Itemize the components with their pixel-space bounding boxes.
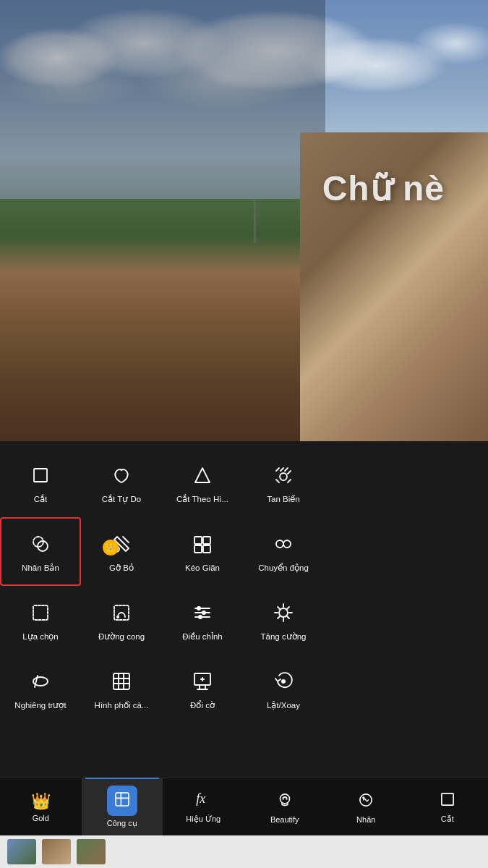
svg-point-2	[280, 473, 287, 480]
cong-cu-nav-icon	[107, 786, 137, 816]
svg-rect-47	[442, 793, 453, 805]
tool-hinh-phoi-ca-label: Hình phối cà...	[95, 700, 149, 710]
svg-rect-9	[203, 545, 210, 553]
tools-row-4: Nghiêng trượt Hình phối cà...	[0, 655, 325, 723]
svg-point-20	[198, 615, 202, 619]
photo-canvas: Chữ nè	[0, 0, 488, 441]
svg-point-18	[197, 606, 201, 610]
tool-nghieng-truot-label: Nghiêng trượt	[14, 700, 66, 710]
tools-row-1: Cắt Cắt Tự Do Cắt Theo Hì...	[0, 448, 325, 517]
tool-lat-xoay[interactable]: Lật/Xoay	[243, 655, 324, 723]
tool-cat-tu-do[interactable]: Cắt Tự Do	[81, 448, 162, 517]
tool-cat-theo-hi-label: Cắt Theo Hì...	[176, 494, 228, 504]
tool-nhan-ban[interactable]: Nhân Bản	[0, 517, 81, 586]
tool-cat[interactable]: Cắt	[0, 448, 81, 517]
tool-duong-cong-label: Đường cong	[98, 631, 145, 642]
tan-bien-icon	[270, 462, 296, 488]
svg-line-27	[287, 616, 289, 618]
nav-hieu-ung-label: Hiệu Ứng	[186, 814, 221, 824]
tool-dieu-chinh[interactable]: Điều chỉnh	[162, 586, 243, 655]
tool-tang-cuong[interactable]: Tăng cường	[243, 586, 324, 655]
nav-cong-cu[interactable]: Công cụ	[82, 778, 163, 835]
nav-beautify-label: Beautify	[270, 815, 299, 824]
svg-point-11	[283, 540, 291, 548]
doi-co-icon	[189, 668, 215, 694]
svg-point-46	[362, 796, 364, 799]
svg-marker-1	[195, 468, 210, 482]
beautify-nav-icon	[275, 791, 294, 812]
cat-tu-do-icon	[108, 462, 134, 488]
nav-gold-label: Gold	[33, 814, 49, 822]
tools-row-2: Nhân Bản 👑 Gỡ Bỏ	[0, 517, 325, 586]
antenna	[254, 200, 256, 243]
tool-tan-bien[interactable]: Tan Biến	[243, 448, 324, 517]
svg-point-30	[33, 677, 48, 686]
svg-point-14	[116, 616, 119, 618]
tool-hinh-phoi-ca[interactable]: Hình phối cà...	[81, 655, 162, 723]
ad-bar	[0, 835, 488, 868]
tool-keo-gian-label: Kéo Giãn	[185, 563, 220, 572]
tool-nhan-ban-label: Nhân Bản	[22, 563, 59, 573]
svg-point-3	[33, 537, 43, 547]
tool-doi-co[interactable]: Đổi cờ	[162, 655, 243, 723]
svg-rect-8	[194, 545, 202, 553]
gold-badge: 👑	[103, 540, 119, 556]
nghieng-truot-icon	[27, 668, 53, 694]
svg-line-26	[278, 607, 280, 609]
tool-go-bo[interactable]: 👑 Gỡ Bỏ	[81, 517, 162, 586]
svg-line-28	[287, 607, 289, 609]
svg-point-44	[286, 798, 287, 799]
nav-beautify[interactable]: Beautify	[244, 778, 326, 835]
tool-lua-chon[interactable]: Lựa chọn	[0, 586, 81, 655]
nav-cat-label: Cắt	[441, 814, 454, 824]
hieu-ung-nav-icon: fx	[194, 790, 213, 812]
tool-dieu-chinh-label: Điều chỉnh	[182, 631, 222, 642]
nav-hieu-ung[interactable]: fx Hiệu Ứng	[163, 778, 244, 835]
tang-cuong-icon	[270, 600, 296, 626]
lat-xoay-icon	[270, 668, 296, 694]
nav-cong-cu-label: Công cụ	[107, 819, 137, 828]
tool-tang-cuong-label: Tăng cường	[261, 631, 307, 642]
tool-duong-cong[interactable]: Đường cong	[81, 586, 162, 655]
svg-point-43	[282, 798, 283, 799]
tools-row-3: Lựa chọn Đường cong	[0, 586, 325, 655]
tool-chuyen-dong-label: Chuyển động	[258, 563, 309, 573]
cat-nav-icon	[438, 790, 457, 812]
nav-nhan-label: Nhãn	[356, 815, 375, 824]
svg-rect-38	[116, 793, 129, 806]
ad-thumbnail-3	[77, 839, 106, 864]
lua-chon-icon	[27, 600, 53, 626]
svg-rect-31	[114, 673, 129, 689]
svg-point-21	[279, 608, 288, 617]
nav-gold[interactable]: 👑 Gold	[0, 778, 82, 835]
tool-keo-gian[interactable]: Kéo Giãn	[162, 517, 243, 586]
svg-point-4	[38, 541, 48, 551]
svg-point-10	[276, 540, 283, 548]
chuyen-dong-icon	[270, 531, 296, 557]
nhan-nav-icon	[356, 791, 375, 812]
tools-grid: Cắt Cắt Tự Do Cắt Theo Hì...	[0, 441, 488, 723]
svg-point-19	[202, 610, 206, 615]
tool-cat-tu-do-label: Cắt Tự Do	[102, 494, 141, 504]
tool-cat-theo-hi[interactable]: Cắt Theo Hì...	[162, 448, 243, 517]
nav-cat[interactable]: Cắt	[407, 778, 489, 835]
keo-gian-icon	[189, 532, 215, 558]
tool-nghieng-truot[interactable]: Nghiêng trượt	[0, 655, 81, 723]
cat-theo-hi-icon	[189, 462, 215, 488]
tool-tan-bien-label: Tan Biến	[267, 494, 299, 504]
ad-thumbnail-1	[7, 839, 36, 864]
svg-line-29	[278, 616, 280, 618]
svg-rect-0	[34, 469, 47, 482]
bottom-panel: Cắt Cắt Tự Do Cắt Theo Hì...	[0, 441, 488, 868]
svg-point-37	[281, 679, 286, 684]
svg-rect-6	[194, 537, 202, 544]
photo-text-overlay: Chữ nè	[322, 168, 445, 208]
tool-lat-xoay-label: Lật/Xoay	[267, 700, 300, 710]
cat-icon	[27, 462, 53, 488]
nhan-ban-icon	[27, 531, 53, 557]
dieu-chinh-icon	[189, 600, 215, 626]
nav-nhan[interactable]: Nhãn	[325, 778, 407, 835]
tool-doi-co-label: Đổi cờ	[190, 700, 215, 710]
tool-lua-chon-label: Lựa chọn	[22, 631, 59, 642]
tool-chuyen-dong[interactable]: Chuyển động	[243, 517, 324, 586]
